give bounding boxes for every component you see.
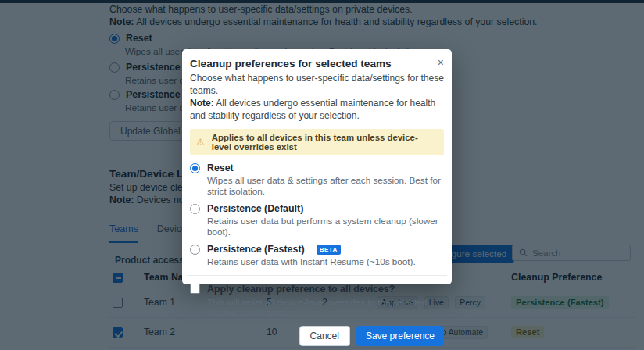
note-label: Note: [190,98,214,109]
modal-intro: Choose what happens to user-specific dat… [190,73,444,97]
radio-option-reset[interactable]: Reset [190,162,444,173]
modal-radio-persistence-fastest: Persistence (Fastest) BETA Retains user … [190,244,444,267]
radio-icon[interactable] [190,245,200,255]
cleanup-preferences-modal: Cleanup preferences for selected teams ×… [182,49,452,284]
warning-banner: ⚠ Applies to all devices in this team un… [190,129,444,155]
cancel-button[interactable]: Cancel [299,326,350,346]
note-text: All devices undergo essential maintenanc… [190,98,435,121]
save-preference-button[interactable]: Save preference [356,326,444,346]
radio-selected-icon[interactable] [190,163,200,173]
modal-divider [187,275,447,276]
close-icon[interactable]: × [438,58,444,67]
radio-desc: Wipes all user data & settings after eac… [207,175,444,196]
modal-footer: Cancel Save preference [190,326,444,346]
warning-text: Applies to all devices in this team unle… [212,133,438,152]
screen: Choose what happens to user-specific dat… [0,0,644,350]
beta-badge: BETA [317,245,341,255]
apply-all-checkbox-row[interactable]: Apply cleanup preference to all devices? [190,284,444,295]
modal-radio-persistence-default: Persistence (Default) Retains user data … [190,203,444,237]
radio-label: Persistence (Fastest) [207,244,305,255]
modal-radio-reset: Reset Wipes all user data & settings aft… [190,162,444,196]
modal-note: Note: All devices undergo essential main… [190,98,444,122]
checkbox-desc: This will reset all device-level overrid… [207,297,444,317]
radio-label: Reset [207,162,234,173]
radio-desc: Retains user data with Instant Resume (~… [207,256,444,267]
radio-option-persistence-fastest[interactable]: Persistence (Fastest) BETA [190,244,444,255]
radio-option-persistence-default[interactable]: Persistence (Default) [190,203,444,214]
warning-icon: ⚠ [196,137,205,148]
checkbox-icon[interactable] [190,284,200,294]
radio-label: Persistence (Default) [207,203,303,214]
modal-title: Cleanup preferences for selected teams [190,58,392,70]
radio-desc: Retains user data but performs a system … [207,216,444,237]
checkbox-label: Apply cleanup preference to all devices? [207,284,395,295]
modal-header: Cleanup preferences for selected teams × [190,58,444,70]
radio-icon[interactable] [190,204,200,214]
